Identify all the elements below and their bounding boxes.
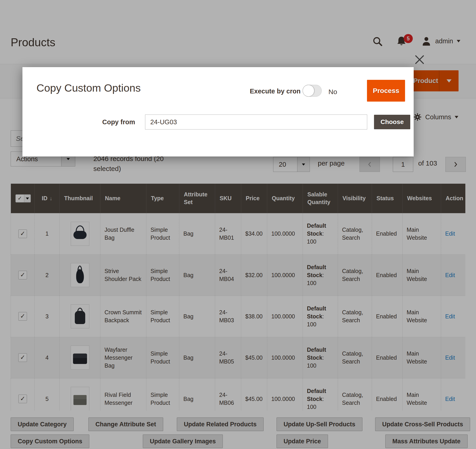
toggle-knob — [303, 85, 314, 97]
process-button[interactable]: Process — [367, 80, 405, 102]
execute-by-cron-label: Execute by cron — [250, 87, 300, 95]
copy-from-input[interactable]: 24-UG03 — [145, 115, 367, 129]
modal-title: Copy Custom Options — [36, 82, 141, 94]
modal-close-button[interactable] — [414, 53, 426, 66]
choose-button[interactable]: Choose — [374, 115, 410, 129]
close-icon — [414, 53, 426, 66]
execute-by-cron-toggle[interactable] — [303, 85, 322, 97]
cron-toggle-state: No — [329, 88, 337, 96]
copy-from-label: Copy from — [102, 118, 135, 126]
copy-custom-options-modal: Copy Custom Options Execute by cron No P… — [23, 67, 414, 156]
